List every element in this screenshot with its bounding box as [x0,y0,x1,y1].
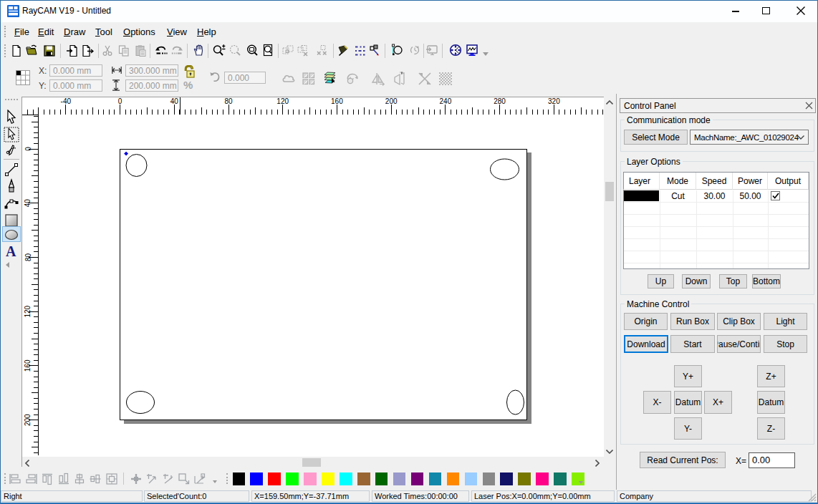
svg-text:80: 80 [224,97,233,105]
svg-text:240: 240 [440,97,452,105]
svg-text:200: 200 [385,97,398,105]
svg-text:80: 80 [24,253,32,262]
svg-text:120: 120 [276,97,289,105]
svg-text:0: 0 [24,147,32,151]
svg-text:0: 0 [118,97,122,105]
svg-text:40: 40 [24,199,32,208]
svg-text:160: 160 [24,359,32,372]
svg-text:40: 40 [170,97,179,105]
svg-text:160: 160 [331,97,343,105]
svg-text:-40: -40 [61,97,72,105]
svg-text:120: 120 [24,305,32,317]
svg-text:200: 200 [24,414,32,426]
svg-text:280: 280 [494,97,506,105]
svg-text:320: 320 [548,97,560,105]
